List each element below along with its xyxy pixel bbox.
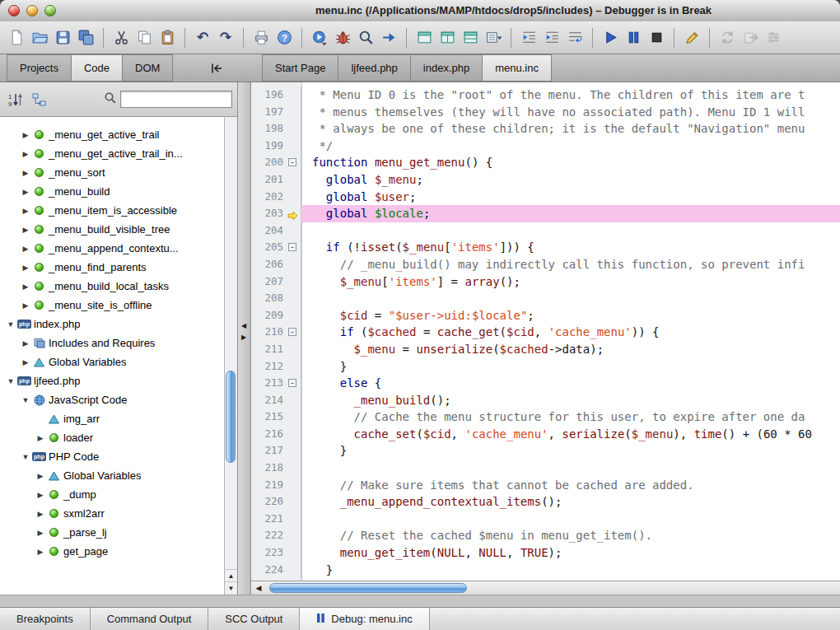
tree-item[interactable]: ▼phpindex.php [0,315,224,334]
close-button[interactable] [8,5,20,16]
tree-item[interactable]: ▶loader [0,428,224,447]
code-text[interactable]: $_menu['items'] = array(); [301,273,840,291]
indent-increase-icon[interactable] [541,27,562,49]
disclosure-triangle[interactable]: ▶ [35,548,46,556]
disclosure-triangle[interactable]: ▶ [20,188,31,196]
code-text[interactable]: _menu_build(); [301,392,840,409]
code-text[interactable]: } [301,358,840,376]
code-text[interactable]: * Menu ID 0 is the "root" of the menu. T… [301,86,840,104]
fold-marker[interactable]: - [288,243,296,251]
disclosure-triangle[interactable]: ▼ [5,377,16,385]
tree-item[interactable]: ▶get_page [0,542,224,561]
editor-pane[interactable]: 196 * Menu ID 0 is the "root" of the men… [251,82,840,595]
disclosure-triangle[interactable]: ▼ [20,396,31,404]
sidebar-tab-projects[interactable]: Projects [7,54,72,82]
code-text[interactable]: $cid = "$user->uid:$locale"; [301,307,840,324]
redo-icon[interactable]: ↷ [215,27,236,49]
word-wrap-icon[interactable] [564,27,586,49]
line-number[interactable]: 222 [251,527,286,544]
line-number[interactable]: 219 [251,477,286,494]
code-text[interactable]: else { [301,375,840,392]
line-number[interactable]: 212 [251,358,286,376]
help-icon[interactable]: ? [273,27,295,49]
disclosure-triangle[interactable]: ▶ [35,491,46,499]
cut-icon[interactable] [110,27,132,49]
edit-pencil-icon[interactable] [681,27,702,49]
code-text[interactable]: if ($cached = cache_get($cid, 'cache_men… [301,324,840,341]
disclosure-triangle[interactable]: ▶ [20,358,31,366]
bottom-tab-command-output[interactable]: Command Output [91,608,209,630]
disclosure-triangle[interactable]: ▶ [20,131,31,139]
line-number[interactable]: 213 [251,375,286,392]
disclosure-triangle[interactable]: ▶ [20,207,31,215]
indent-decrease-icon[interactable] [518,27,539,49]
tree-item[interactable]: ▶_menu_sort [0,163,224,182]
sidebar-tab-code[interactable]: Code [71,54,123,82]
tree-item[interactable]: ▶_menu_site_is_offline [0,296,224,315]
layout-preview-icon[interactable] [460,27,481,49]
editor-tab-index-php[interactable]: index.php [410,54,483,82]
line-number[interactable]: 220 [251,493,286,511]
scroll-left-button[interactable]: ◀ [251,581,266,595]
disclosure-triangle[interactable]: ▼ [20,453,31,461]
tree-item[interactable]: ▶Includes and Requires [0,334,224,352]
code-text[interactable]: */ [301,138,840,155]
debug-run-icon[interactable] [600,27,621,49]
collapse-sidebar-button[interactable] [204,59,229,77]
fold-marker[interactable]: - [288,379,296,387]
line-number[interactable]: 203 [251,205,286,222]
minimize-button[interactable] [26,5,38,16]
scroll-up-button[interactable]: ▲ [225,569,237,582]
copy-icon[interactable] [133,27,155,49]
code-text[interactable]: if (!isset($_menu['items'])) { [301,239,840,256]
disclosure-triangle[interactable]: ▼ [5,320,16,329]
splitter-collapse-icon[interactable]: ◀ [241,323,246,329]
line-number[interactable]: 217 [251,442,286,460]
code-text[interactable]: // _menu_build() may indirectly call thi… [301,256,840,273]
tree-item[interactable]: ▶_menu_get_active_trail [0,125,224,144]
paste-icon[interactable] [156,27,178,49]
code-area[interactable]: 196 * Menu ID 0 is the "root" of the men… [251,82,840,581]
code-text[interactable]: * menus themselves (they will have no as… [301,104,840,121]
line-number[interactable]: 214 [251,392,286,409]
line-number[interactable]: 197 [251,104,286,121]
title-bar[interactable]: menu.inc (/Applications/MAMP/htdocs/drop… [0,0,840,22]
line-number[interactable]: 196 [251,86,286,104]
line-number[interactable]: 223 [251,544,286,562]
editor-tab-start-page[interactable]: Start Page [262,54,338,82]
line-number[interactable]: 208 [251,290,286,307]
disclosure-triangle[interactable]: ▶ [35,472,46,480]
undo-icon[interactable]: ↶ [192,27,213,49]
tree-item[interactable]: ▼phpljfeed.php [0,371,224,390]
code-text[interactable] [301,222,840,240]
code-text[interactable]: } [301,442,840,460]
fold-marker[interactable]: - [288,158,296,166]
tree-item[interactable]: ▶Global Variables [0,352,224,371]
code-text[interactable]: global $locale; [301,205,840,222]
tree-item[interactable]: ▶_menu_item_is_accessible [0,201,224,220]
tree-item[interactable]: ▶_menu_build [0,182,224,201]
disclosure-triangle[interactable]: ▶ [20,245,31,253]
tree-item[interactable]: ▶_menu_build_visible_tree [0,220,224,239]
disclosure-triangle[interactable]: ▶ [20,301,31,310]
tree-scrollbar[interactable]: ▲ ▼ [224,117,237,595]
symbol-search-input[interactable] [120,91,232,108]
line-number[interactable]: 218 [251,460,286,477]
disclosure-triangle[interactable]: ▶ [35,529,46,537]
fold-marker[interactable]: - [288,328,296,336]
goto-icon[interactable] [378,27,399,49]
code-text[interactable]: $_menu = unserialize($cached->data); [301,341,840,358]
disclosure-triangle[interactable]: ▶ [20,226,31,234]
save-all-icon[interactable] [75,27,96,49]
run-icon[interactable] [309,27,330,49]
bottom-tab-debug-menu-inc[interactable]: Debug: menu.inc [299,608,429,630]
code-text[interactable]: cache_set($cid, 'cache_menu', serialize(… [301,426,840,443]
disclosure-triangle[interactable]: ▶ [35,510,46,518]
tree-item[interactable]: ▼phpPHP Code [0,447,224,466]
line-number[interactable]: 210 [251,324,286,341]
disclosure-triangle[interactable]: ▶ [20,282,31,291]
debug-pause-icon[interactable] [623,27,644,49]
editor-hscrollbar-thumb[interactable] [269,583,467,593]
line-number[interactable]: 204 [251,222,286,240]
line-number[interactable]: 202 [251,189,286,206]
